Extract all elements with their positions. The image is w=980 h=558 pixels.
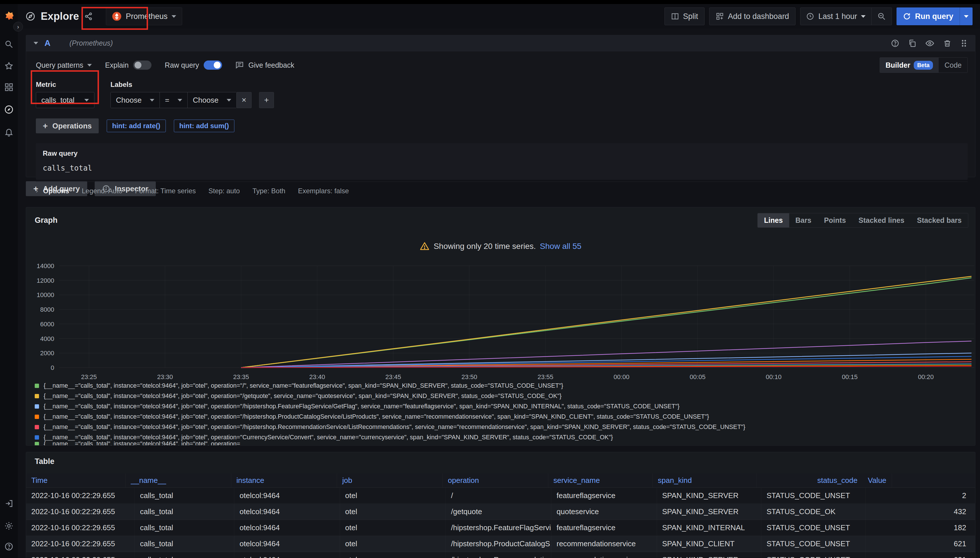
raw-query-toggle[interactable] <box>204 61 222 70</box>
graph-mode-tab[interactable]: Bars <box>789 213 818 227</box>
graph-mode-tab[interactable]: Stacked lines <box>852 213 911 227</box>
table-cell: calls_total <box>135 504 234 520</box>
split-icon <box>671 12 679 20</box>
clock-icon <box>806 12 814 20</box>
hint-button[interactable]: hint: add sum() <box>174 120 234 132</box>
graph-mode-tabs: LinesBarsPointsStacked linesStacked bars <box>757 213 968 228</box>
copy-icon[interactable] <box>908 39 917 48</box>
code-tab[interactable]: Code <box>939 57 967 72</box>
label-key-select[interactable]: Choose <box>111 92 159 108</box>
table-cell: otelcol:9464 <box>234 552 340 558</box>
query-editor-panel: A (Prometheus) Query patterns Explain <box>26 35 975 177</box>
options-label: Options <box>43 187 69 195</box>
explore-compass-icon[interactable] <box>0 102 18 117</box>
labels-field: Labels Choose = Choose <box>110 80 274 108</box>
labels-label: Labels <box>110 80 274 89</box>
table-column-header[interactable]: Time <box>26 473 126 487</box>
table-column-header[interactable]: job <box>337 473 443 487</box>
table-cell: /hipstershop.ProductCatalogS… <box>446 536 551 552</box>
run-query-button[interactable]: Run query <box>896 7 973 25</box>
graph-mode-tab[interactable]: Lines <box>758 213 789 227</box>
split-button[interactable]: Split <box>664 7 705 25</box>
table-column-header[interactable]: span_kind <box>653 473 757 487</box>
legend-item[interactable]: {__name__="calls_total", instance="otelc… <box>35 401 972 412</box>
legend-item[interactable]: {__name__="calls_total", instance="otelc… <box>35 422 972 432</box>
table-cell: /getquote <box>446 504 551 520</box>
add-label-button[interactable]: + <box>259 92 274 108</box>
zoom-out-icon <box>877 12 886 21</box>
code-label: Code <box>944 61 962 69</box>
table-cell: SPAN_KIND_INTERNAL <box>657 520 761 536</box>
table-cell: STATUS_CODE_UNSET <box>761 488 865 504</box>
legend-item[interactable]: {__name__="calls_total", instance="otelc… <box>35 442 972 445</box>
label-operator-select[interactable]: = <box>160 92 187 108</box>
table-cell: 2022-10-16 00:22:29.655 <box>26 488 135 504</box>
table-cell: 2022-10-16 00:22:29.655 <box>26 536 135 552</box>
sign-in-icon[interactable] <box>0 496 18 511</box>
legend-series-label: {__name__="calls_total", instance="otelc… <box>44 423 745 431</box>
share-icon[interactable] <box>84 12 93 21</box>
table-row[interactable]: 2022-10-16 00:22:29.655calls_totalotelco… <box>26 520 975 536</box>
star-icon[interactable] <box>0 59 18 74</box>
table-column-header[interactable]: status_code <box>757 473 863 487</box>
table-row[interactable]: 2022-10-16 00:22:29.655calls_totalotelco… <box>26 552 975 558</box>
table-column-header[interactable]: instance <box>231 473 337 487</box>
legend-item[interactable]: {__name__="calls_total", instance="otelc… <box>35 391 972 401</box>
trash-icon[interactable] <box>943 39 952 48</box>
time-series-chart[interactable]: 23:2523:3023:3523:4023:4523:5023:5500:00… <box>26 260 975 387</box>
table-row[interactable]: 2022-10-16 00:22:29.655calls_totalotelco… <box>26 536 975 552</box>
apps-grid-icon[interactable] <box>0 80 18 95</box>
time-range-button[interactable]: Last 1 hour <box>801 8 871 25</box>
table-column-header[interactable]: operation <box>443 473 548 487</box>
give-feedback-button[interactable]: Give feedback <box>235 61 294 69</box>
table-header-row: Time__name__instancejoboperationservice_… <box>26 473 975 488</box>
drag-handle-icon[interactable] <box>960 39 968 48</box>
legend-color-marker <box>35 425 39 429</box>
table-row[interactable]: 2022-10-16 00:22:29.655calls_totalotelco… <box>26 504 975 520</box>
explain-toggle[interactable] <box>133 61 151 70</box>
remove-label-button[interactable]: × <box>237 92 252 108</box>
search-icon[interactable] <box>0 37 18 52</box>
bell-icon[interactable] <box>0 125 18 140</box>
legend-color-marker <box>35 415 39 419</box>
eye-icon[interactable] <box>925 39 934 48</box>
metric-select[interactable]: calls_total <box>36 92 94 108</box>
help-icon[interactable] <box>891 39 899 48</box>
operations-button[interactable]: + Operations <box>36 118 99 133</box>
sidebar-expand-button[interactable]: › <box>13 22 23 31</box>
svg-text:23:45: 23:45 <box>385 373 401 381</box>
legend-item[interactable]: {__name__="calls_total", instance="otelc… <box>35 412 972 422</box>
content: A (Prometheus) Query patterns Explain <box>18 29 980 558</box>
query-patterns-dropdown[interactable]: Query patterns <box>36 61 92 69</box>
graph-mode-tab[interactable]: Stacked bars <box>911 213 968 227</box>
table-cell: 2 <box>865 488 972 504</box>
legend-color-marker <box>35 442 39 446</box>
table-column-header[interactable]: __name__ <box>126 473 231 487</box>
grafana-logo[interactable] <box>0 8 18 23</box>
legend-item[interactable]: {__name__="calls_total", instance="otelc… <box>35 381 972 391</box>
gear-icon[interactable] <box>0 519 18 533</box>
table-column-header[interactable]: Value <box>863 473 892 487</box>
legend-color-marker <box>35 394 39 398</box>
help-icon[interactable] <box>0 539 18 554</box>
zoom-out-button[interactable] <box>871 8 892 25</box>
add-to-dashboard-button[interactable]: Add to dashboard <box>709 7 796 25</box>
table-row[interactable]: 2022-10-16 00:22:29.655calls_totalotelco… <box>26 488 975 504</box>
table-column-header[interactable]: service_name <box>548 473 653 487</box>
builder-tab[interactable]: Builder Beta <box>880 57 939 72</box>
run-query-dropdown[interactable] <box>960 7 973 25</box>
label-value-select[interactable]: Choose <box>187 92 237 108</box>
collapse-chevron-icon[interactable] <box>34 42 38 44</box>
top-black-strip <box>0 0 980 4</box>
give-feedback-label: Give feedback <box>248 61 294 69</box>
query-row-header[interactable]: A (Prometheus) <box>26 35 975 51</box>
table-panel-title: Table <box>35 457 54 466</box>
svg-text:4000: 4000 <box>40 335 54 342</box>
options-expander[interactable]: › Options <box>36 187 69 195</box>
table-cell: 621 <box>865 552 972 558</box>
svg-text:0: 0 <box>51 364 54 371</box>
hint-button[interactable]: hint: add rate() <box>107 120 166 132</box>
datasource-picker[interactable]: Prometheus <box>106 7 182 25</box>
graph-mode-tab[interactable]: Points <box>817 213 852 227</box>
show-all-series-link[interactable]: Show all 55 <box>540 242 582 251</box>
